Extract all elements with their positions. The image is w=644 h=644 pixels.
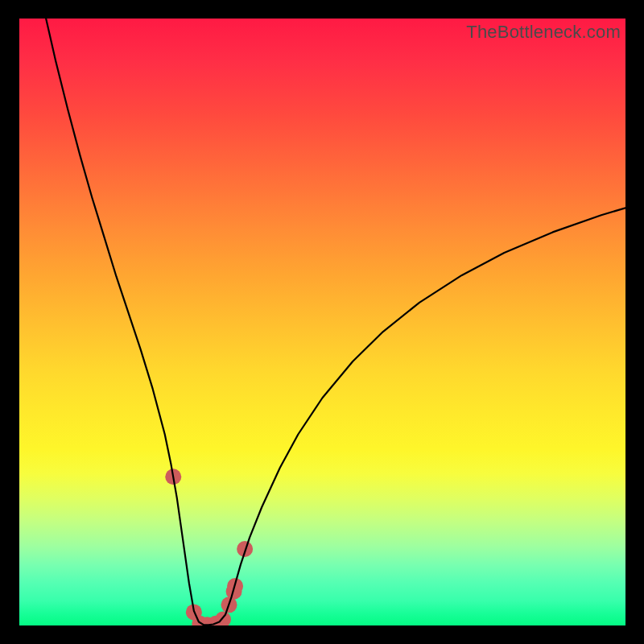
chart-svg: [19, 19, 625, 625]
plot-area: TheBottleneck.com: [19, 19, 625, 625]
chart-frame: TheBottleneck.com: [0, 0, 644, 644]
watermark-text: TheBottleneck.com: [466, 22, 621, 43]
marker-group: [165, 469, 253, 625]
bottleneck-curve: [46, 19, 625, 625]
